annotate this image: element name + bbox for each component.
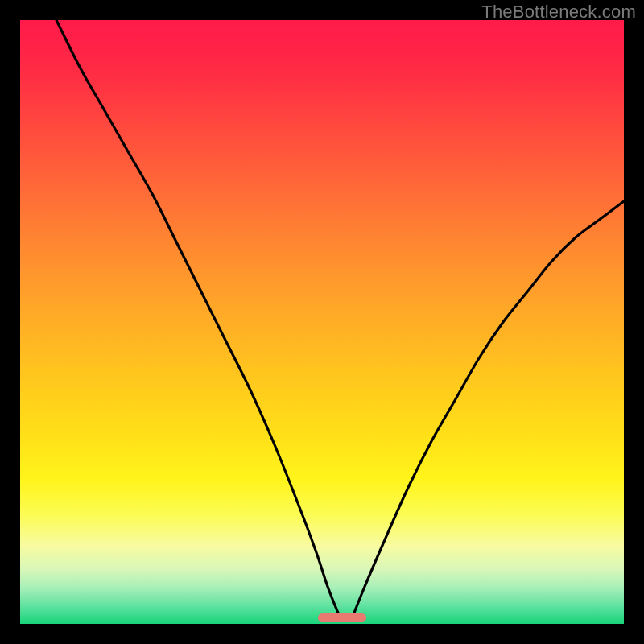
curve-path-right xyxy=(353,201,625,618)
curve-path-left xyxy=(56,20,341,618)
optimum-marker xyxy=(318,613,366,622)
watermark-text: TheBottleneck.com xyxy=(481,2,636,23)
plot-area xyxy=(20,20,624,624)
bottleneck-curve xyxy=(20,20,624,624)
chart-stage: TheBottleneck.com xyxy=(0,0,644,644)
